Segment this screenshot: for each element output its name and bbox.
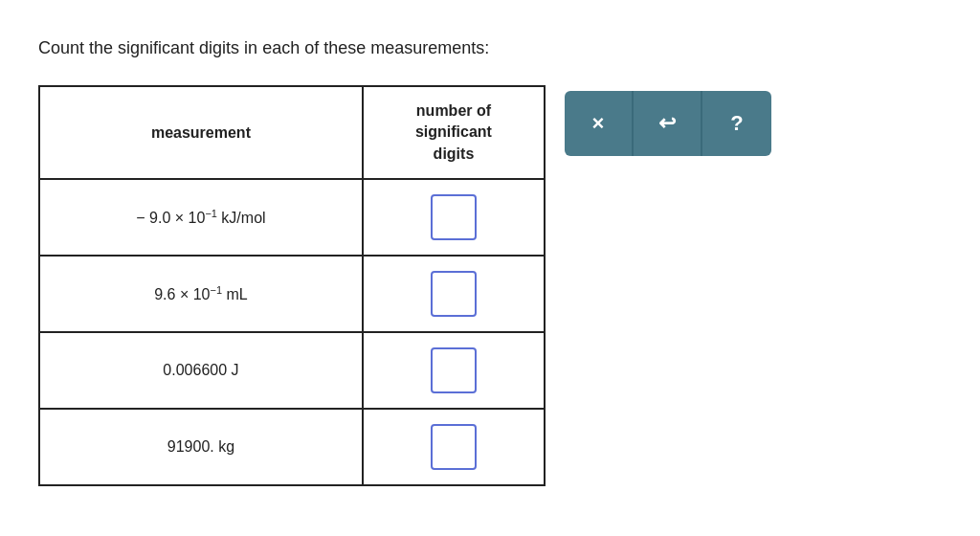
- input-cell-3: [363, 332, 545, 409]
- undo-icon: ↩: [658, 111, 676, 136]
- undo-button[interactable]: ↩: [634, 91, 702, 156]
- help-icon: ?: [730, 111, 743, 136]
- content-area: measurement number ofsignificantdigits −…: [38, 85, 942, 486]
- measurement-value-2: 9.6 × 10−1 mL: [154, 286, 248, 302]
- measurement-cell-3: 0.006600 J: [39, 332, 363, 409]
- help-button[interactable]: ?: [702, 91, 771, 156]
- measurements-table: measurement number ofsignificantdigits −…: [38, 85, 546, 486]
- col-header-digits: number ofsignificantdigits: [363, 86, 545, 179]
- measurement-value-3: 0.006600 J: [163, 362, 238, 378]
- table-row: 91900. kg: [39, 409, 545, 485]
- input-cell-1: [363, 179, 545, 256]
- action-panel: × ↩ ?: [565, 91, 771, 156]
- measurement-value-4: 91900. kg: [167, 438, 234, 455]
- digit-input-1[interactable]: [431, 194, 477, 240]
- table-row: 0.006600 J: [39, 332, 545, 409]
- measurement-cell-1: − 9.0 × 10−1 kJ/mol: [39, 179, 363, 256]
- table-row: 9.6 × 10−1 mL: [39, 256, 545, 332]
- measurement-cell-2: 9.6 × 10−1 mL: [39, 256, 363, 332]
- instruction-text: Count the significant digits in each of …: [38, 38, 942, 58]
- measurement-value-1: − 9.0 × 10−1 kJ/mol: [136, 210, 265, 226]
- table-row: − 9.0 × 10−1 kJ/mol: [39, 179, 545, 256]
- digit-input-3[interactable]: [431, 347, 477, 393]
- input-cell-2: [363, 256, 545, 332]
- digit-input-2[interactable]: [431, 271, 477, 317]
- close-icon: ×: [592, 111, 605, 136]
- col-header-measurement: measurement: [39, 86, 363, 179]
- measurement-cell-4: 91900. kg: [39, 409, 363, 485]
- input-cell-4: [363, 409, 545, 485]
- close-button[interactable]: ×: [565, 91, 634, 156]
- digit-input-4[interactable]: [431, 424, 477, 470]
